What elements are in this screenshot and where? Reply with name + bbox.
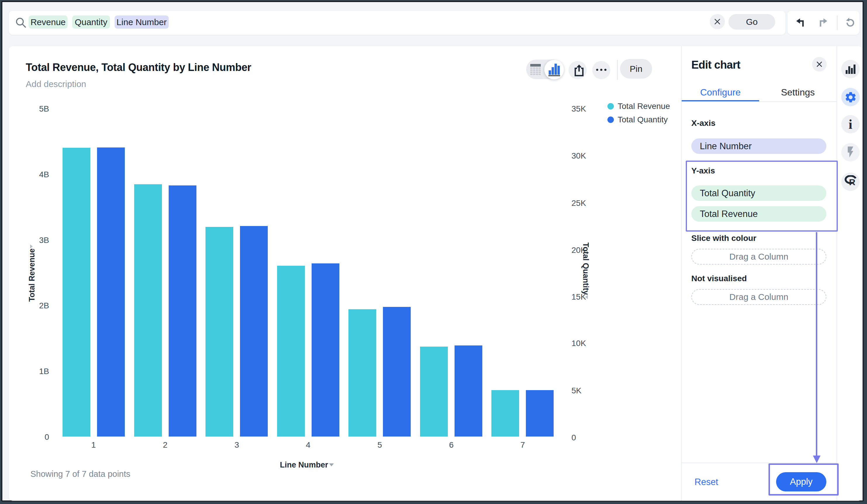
svg-text:R: R (849, 177, 856, 187)
